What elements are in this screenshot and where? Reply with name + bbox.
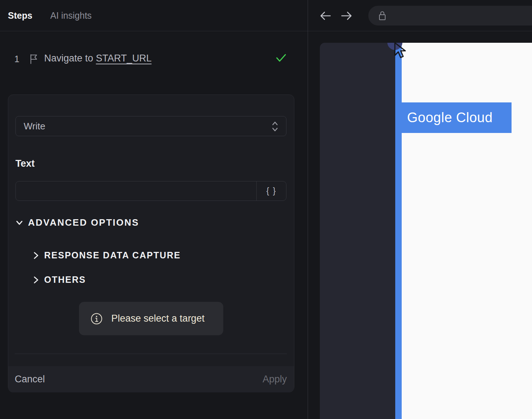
chevron-down-icon <box>15 219 23 227</box>
editor-footer: Cancel Apply <box>8 366 294 392</box>
advanced-options-toggle[interactable]: ADVANCED OPTIONS <box>15 217 139 228</box>
apply-button[interactable]: Apply <box>262 366 287 392</box>
step-editor-card: Write Text { } ADVANCED OPTIONS RESPO <box>8 95 294 392</box>
browser-toolbar <box>308 0 532 31</box>
action-select[interactable]: Write <box>15 116 286 136</box>
page-background <box>402 43 532 419</box>
others-label: OTHERS <box>44 275 86 285</box>
browser-viewport[interactable]: Google Cloud <box>320 43 532 419</box>
chevron-right-icon <box>33 251 39 260</box>
target-highlight[interactable]: Google Cloud <box>401 102 512 133</box>
back-arrow-icon <box>319 10 332 22</box>
footer-divider <box>15 354 287 354</box>
forward-button[interactable] <box>340 10 353 22</box>
step-title: Navigate to START_URL <box>44 53 151 64</box>
url-bar[interactable] <box>368 6 532 26</box>
select-target-notice: Please select a target <box>79 302 223 335</box>
advanced-options-label: ADVANCED OPTIONS <box>28 217 139 228</box>
text-input-group: { } <box>15 181 286 201</box>
step-number: 1 <box>14 54 19 64</box>
insert-variable-button[interactable]: { } <box>256 181 286 201</box>
start-url-link[interactable]: START_URL <box>96 53 151 64</box>
browser-panel: Google Cloud <box>308 0 532 419</box>
action-select-value: Write <box>24 116 45 136</box>
tab-ai-insights[interactable]: AI insights <box>50 0 92 31</box>
info-icon <box>90 313 103 325</box>
lock-icon <box>378 10 387 21</box>
text-field-label: Text <box>15 158 35 169</box>
response-data-capture-label: RESPONSE DATA CAPTURE <box>44 250 181 261</box>
others-toggle[interactable]: OTHERS <box>33 275 86 285</box>
chevron-right-icon <box>33 276 39 284</box>
check-icon <box>275 52 287 63</box>
mouse-cursor-icon <box>393 43 410 60</box>
page-blue-stripe <box>395 43 402 419</box>
left-tabbar: Steps AI insights <box>0 0 308 31</box>
flag-icon <box>29 54 39 64</box>
tab-steps[interactable]: Steps <box>8 0 32 31</box>
steps-panel: Steps AI insights 1 Navigate to START_UR… <box>0 0 308 419</box>
back-button[interactable] <box>319 10 332 22</box>
response-data-capture-toggle[interactable]: RESPONSE DATA CAPTURE <box>33 250 181 261</box>
url-input[interactable] <box>392 11 532 20</box>
cancel-button[interactable]: Cancel <box>15 366 45 392</box>
select-chevrons-icon <box>271 121 279 132</box>
text-input[interactable] <box>16 181 256 201</box>
select-target-message: Please select a target <box>111 313 205 324</box>
step-row[interactable]: 1 Navigate to START_URL <box>0 50 308 70</box>
forward-arrow-icon <box>340 10 353 22</box>
